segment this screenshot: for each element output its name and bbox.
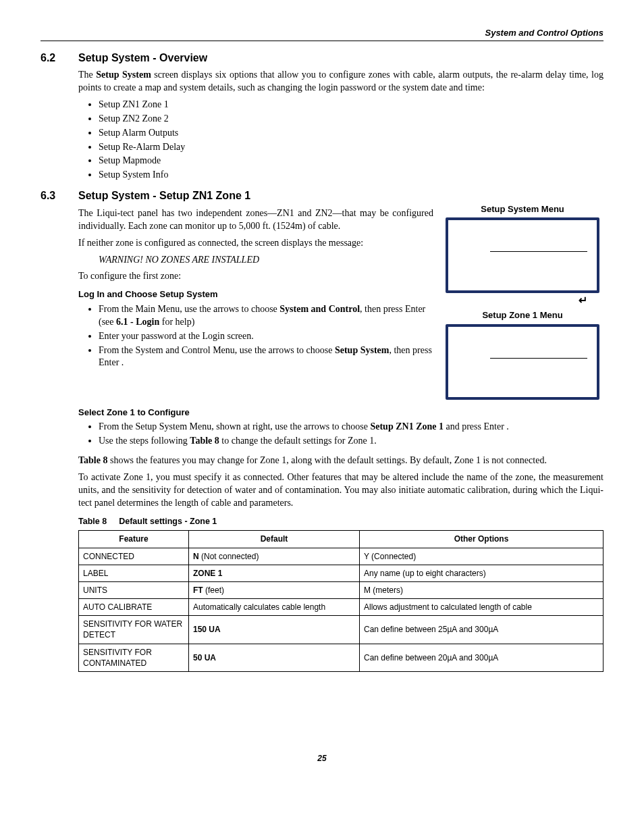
menu-caption-setup-system: Setup System Menu: [441, 203, 603, 215]
section-number-6-2: 6.2: [41, 51, 78, 66]
table-row: CONNECTEDN (Not connected)Y (Connected): [79, 548, 603, 565]
warning-message: WARNING! NO ZONES ARE INSTALLED: [99, 254, 433, 267]
text: From the Setup System Menu, shown at rig…: [99, 421, 332, 432]
list-item: Enter your password at the Login screen.: [99, 330, 433, 343]
cell-other: Y (Connected): [360, 548, 603, 565]
cell-feature: AUTO CALIBRATE: [79, 599, 189, 616]
table-row: LABELZONE 1Any name (up to eight charact…: [79, 565, 603, 581]
cell-feature: UNITS: [79, 581, 189, 598]
cell-default: Automatically calculates cable length: [189, 599, 360, 616]
text-bold: Table 8: [78, 455, 107, 465]
subhead-login: Log In and Choose Setup System: [78, 288, 433, 301]
text: to choose: [332, 421, 371, 432]
text: The: [78, 70, 96, 80]
cell-default: ZONE 1: [189, 565, 360, 581]
text: .: [122, 357, 124, 367]
col-feature: Feature: [79, 531, 189, 548]
cell-default: N (Not connected): [189, 548, 360, 565]
text-bold: System and Control: [279, 304, 360, 314]
paragraph: To configure the first zone:: [78, 270, 433, 283]
cell-default: 50 UA: [189, 644, 360, 671]
cell-other: Can define between 25µA and 300µA: [360, 616, 603, 644]
table-row: SENSITIVITY FOR CONTAMINATED50 UACan def…: [79, 644, 603, 671]
paragraph: The Liqui-tect panel has two independent…: [78, 207, 433, 233]
setup-system-menu-figure: [446, 217, 599, 293]
text-bold: Setup System: [335, 345, 390, 355]
setup-system-options-list: Setup ZN1 Zone 1 Setup ZN2 Zone 2 Setup …: [78, 99, 603, 182]
text-bold: Setup System: [96, 70, 151, 80]
paragraph: To activate Zone 1, you must specify it …: [78, 471, 603, 510]
table8: Feature Default Other Options CONNECTEDN…: [78, 530, 603, 672]
cell-feature: LABEL: [79, 565, 189, 581]
table-header-row: Feature Default Other Options: [79, 531, 603, 548]
text: shows the features you may change for Zo…: [107, 455, 546, 465]
text: From the Main Menu, use the arrows: [99, 304, 242, 314]
cell-other: Any name (up to eight characters): [360, 565, 603, 581]
list-item: From the Main Menu, use the arrows to ch…: [99, 303, 433, 329]
text-bold: Setup ZN1 Zone 1: [370, 421, 444, 432]
table-row: UNITSFT (feet)M (meters): [79, 581, 603, 598]
text-bold: Table 8: [190, 436, 219, 446]
list-item: Use the steps following Table 8 to chang…: [99, 435, 603, 448]
text: to change the default settings for Zone …: [219, 436, 377, 446]
select-zone1-steps-list: From the Setup System Menu, shown at rig…: [78, 421, 603, 448]
text: and press Enter: [444, 421, 506, 432]
enter-icon: ↵: [441, 293, 603, 308]
cell-other: M (meters): [360, 581, 603, 598]
section-title-6-2: Setup System - Overview: [78, 51, 207, 66]
page-number: 25: [41, 753, 603, 764]
section-number-6-3: 6.3: [41, 188, 78, 203]
cell-other: Allows adjustment to calculated length o…: [360, 599, 603, 616]
col-other: Other Options: [360, 531, 603, 548]
intro-paragraph-6-2: The Setup System screen displays six opt…: [78, 69, 603, 95]
setup-zone1-menu-figure: [446, 324, 599, 400]
text: to choose: [242, 304, 280, 314]
text: to choose: [296, 345, 335, 355]
paragraph: If neither zone is configured as connect…: [78, 237, 433, 250]
list-item: Setup ZN2 Zone 2: [99, 113, 603, 126]
cell-other: Can define between 20µA and 300µA: [360, 644, 603, 671]
menu-caption-setup-zone1: Setup Zone 1 Menu: [441, 309, 603, 321]
text: (see: [99, 317, 116, 327]
table-row: SENSITIVITY FOR WATER DETECT150 UACan de…: [79, 616, 603, 644]
text-bold: 6.1 - Login: [116, 317, 159, 327]
cell-feature: SENSITIVITY FOR CONTAMINATED: [79, 644, 189, 671]
cell-default: FT (feet): [189, 581, 360, 598]
section-title-6-3: Setup System - Setup ZN1 Zone 1: [78, 188, 250, 203]
list-item: Setup System Info: [99, 169, 603, 182]
paragraph: Table 8 shows the features you may chang…: [78, 454, 603, 467]
cell-default: 150 UA: [189, 616, 360, 644]
text: for help): [159, 317, 194, 327]
list-item: From the Setup System Menu, shown at rig…: [99, 421, 603, 434]
table8-caption: Table 8Default settings - Zone 1: [78, 516, 603, 527]
text: screen displays six options that allow y…: [78, 70, 603, 93]
text: Use the steps following: [99, 436, 190, 446]
col-default: Default: [189, 531, 360, 548]
cell-feature: CONNECTED: [79, 548, 189, 565]
list-item: Setup Alarm Outputs: [99, 127, 603, 140]
list-item: From the System and Control Menu, use th…: [99, 344, 433, 370]
cell-feature: SENSITIVITY FOR WATER DETECT: [79, 616, 189, 644]
text: .: [506, 421, 509, 432]
login-steps-list: From the Main Menu, use the arrows to ch…: [78, 303, 433, 369]
text: , then press Enter: [360, 304, 425, 314]
table-row: AUTO CALIBRATEAutomatically calculates c…: [79, 599, 603, 616]
table-number: Table 8: [78, 517, 107, 526]
table-title: Default settings - Zone 1: [119, 517, 217, 526]
list-item: Setup Mapmode: [99, 155, 603, 167]
subhead-select-zone1: Select Zone 1 to Configure: [78, 407, 603, 419]
text: From the System and Control Menu, use th…: [99, 345, 296, 355]
running-header: System and Control Options: [41, 27, 603, 41]
list-item: Setup ZN1 Zone 1: [99, 99, 603, 111]
list-item: Setup Re-Alarm Delay: [99, 141, 603, 154]
